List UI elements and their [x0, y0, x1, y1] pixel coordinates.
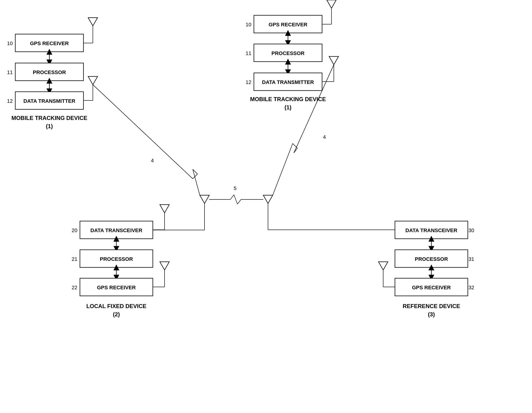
svg-text:(2): (2)	[113, 311, 120, 317]
svg-text:PROCESSOR: PROCESSOR	[272, 50, 305, 56]
svg-marker-20	[88, 77, 98, 85]
svg-text:20: 20	[72, 227, 77, 233]
svg-text:DATA TRANSMITTER: DATA TRANSMITTER	[24, 98, 76, 104]
svg-text:PROCESSOR: PROCESSOR	[33, 69, 66, 75]
svg-line-84	[230, 195, 234, 200]
diagram-container: GPS RECEIVER 10 PROCESSOR 11 DATA TRANSM…	[0, 0, 532, 413]
svg-line-89	[93, 85, 193, 179]
svg-text:(1): (1)	[285, 104, 291, 111]
svg-marker-47	[160, 205, 169, 213]
svg-text:22: 22	[72, 285, 77, 290]
svg-text:32: 32	[468, 285, 474, 290]
diagram-svg: GPS RECEIVER 10 PROCESSOR 11 DATA TRANSM…	[0, 0, 532, 413]
svg-text:(1): (1)	[46, 123, 53, 129]
svg-text:21: 21	[72, 256, 77, 262]
svg-text:12: 12	[7, 98, 13, 104]
svg-text:PROCESSOR: PROCESSOR	[415, 256, 448, 262]
svg-line-97	[273, 144, 293, 195]
svg-text:4: 4	[151, 158, 154, 163]
svg-line-85	[234, 195, 238, 204]
svg-text:DATA TRANSCEIVER: DATA TRANSCEIVER	[91, 227, 142, 233]
svg-text:MOBILE TRACKING DEVICE: MOBILE TRACKING DEVICE	[250, 96, 326, 102]
svg-marker-28	[327, 0, 336, 8]
svg-text:GPS RECEIVER: GPS RECEIVER	[412, 285, 451, 290]
svg-line-92	[193, 169, 200, 195]
svg-marker-9	[88, 18, 98, 26]
svg-text:30: 30	[468, 227, 474, 233]
svg-text:4: 4	[323, 134, 326, 140]
svg-line-96	[293, 144, 297, 148]
svg-text:DATA TRANSCEIVER: DATA TRANSCEIVER	[406, 227, 457, 233]
svg-text:(3): (3)	[428, 311, 435, 317]
svg-text:12: 12	[246, 79, 251, 85]
svg-text:GPS RECEIVER: GPS RECEIVER	[97, 285, 136, 290]
svg-marker-80	[263, 195, 273, 203]
svg-text:GPS RECEIVER: GPS RECEIVER	[268, 22, 307, 28]
svg-text:31: 31	[468, 256, 474, 262]
svg-text:REFERENCE DEVICE: REFERENCE DEVICE	[403, 303, 460, 309]
svg-text:11: 11	[7, 69, 13, 75]
svg-text:10: 10	[7, 40, 13, 46]
svg-marker-74	[379, 262, 388, 270]
svg-marker-77	[200, 195, 209, 203]
svg-marker-58	[160, 262, 169, 270]
svg-text:10: 10	[246, 22, 251, 28]
svg-text:GPS RECEIVER: GPS RECEIVER	[30, 40, 69, 46]
svg-text:11: 11	[246, 50, 251, 56]
svg-text:MOBILE TRACKING DEVICE: MOBILE TRACKING DEVICE	[11, 115, 87, 121]
svg-line-86	[238, 200, 241, 204]
svg-marker-39	[329, 57, 339, 65]
svg-text:DATA TRANSMITTER: DATA TRANSMITTER	[262, 79, 314, 85]
svg-text:PROCESSOR: PROCESSOR	[100, 256, 133, 262]
svg-text:5: 5	[234, 185, 237, 191]
svg-text:LOCAL FIXED DEVICE: LOCAL FIXED DEVICE	[86, 303, 146, 309]
